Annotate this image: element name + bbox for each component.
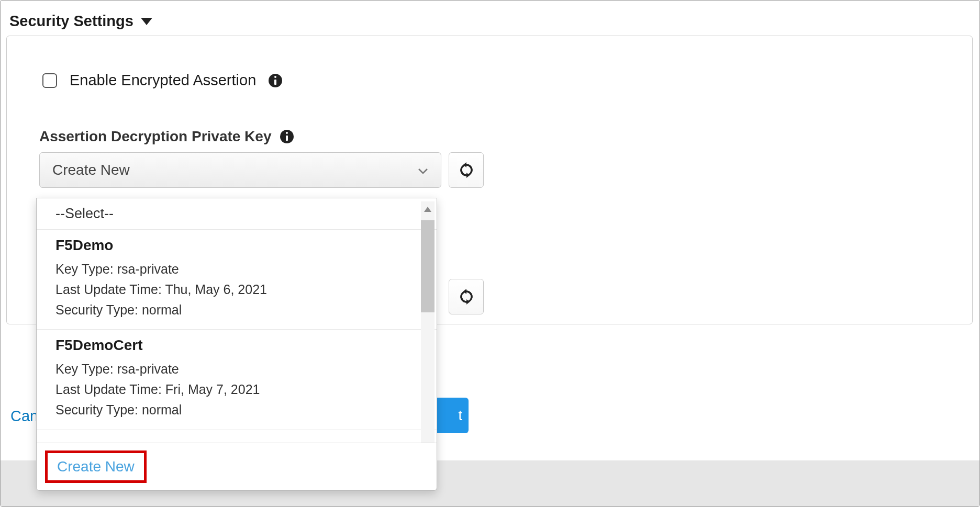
dropdown-action-row: Create New — [37, 443, 437, 490]
select-value: Create New — [52, 162, 130, 178]
assertion-decryption-key-select[interactable]: Create New — [39, 152, 441, 188]
dropdown-item-meta: Key Type: rsa-private Last Update Time: … — [55, 359, 418, 420]
refresh-button[interactable] — [449, 279, 484, 314]
section-header[interactable]: Security Settings — [9, 13, 152, 30]
assertion-decryption-key-field: Assertion Decryption Private Key Create … — [39, 128, 484, 188]
dropdown-option-f5demo[interactable]: F5Demo Key Type: rsa-private Last Update… — [37, 230, 437, 330]
dropdown-scroll: --Select-- F5Demo Key Type: rsa-private … — [37, 198, 437, 443]
refresh-icon — [459, 289, 474, 305]
section-title: Security Settings — [9, 13, 133, 30]
select-row: Create New — [39, 152, 484, 188]
scroll-down-icon[interactable] — [421, 442, 435, 443]
dropdown-option-f5democert[interactable]: F5DemoCert Key Type: rsa-private Last Up… — [37, 330, 437, 430]
scrollbar-thumb[interactable] — [421, 220, 435, 312]
dropdown-option-select-placeholder[interactable]: --Select-- — [37, 198, 437, 230]
scroll-up-icon[interactable] — [421, 202, 435, 216]
dropdown-item-meta: Key Type: rsa-private Last Update Time: … — [55, 259, 418, 320]
create-new-button[interactable]: Create New — [45, 450, 147, 483]
info-icon[interactable] — [269, 74, 282, 87]
enable-encrypted-assertion-label: Enable Encrypted Assertion — [70, 72, 256, 89]
caret-down-icon — [141, 18, 152, 25]
cancel-button[interactable]: Can — [10, 408, 38, 425]
svg-marker-5 — [424, 207, 431, 212]
refresh-button[interactable] — [449, 152, 484, 188]
chevron-down-icon — [418, 167, 428, 173]
field-label-row: Assertion Decryption Private Key — [39, 128, 484, 145]
assertion-decryption-key-label: Assertion Decryption Private Key — [39, 128, 272, 145]
dropdown-option-truncated[interactable] — [37, 430, 437, 443]
next-button-fragment: t — [458, 408, 462, 424]
info-icon[interactable] — [280, 130, 294, 143]
enable-encrypted-assertion-checkbox[interactable] — [42, 73, 57, 88]
enable-encrypted-assertion-row: Enable Encrypted Assertion — [42, 72, 282, 89]
svg-marker-0 — [141, 18, 152, 25]
refresh-icon — [459, 162, 474, 178]
assertion-key-dropdown: --Select-- F5Demo Key Type: rsa-private … — [36, 198, 437, 491]
dropdown-item-title: F5DemoCert — [55, 337, 418, 354]
dropdown-item-title: F5Demo — [55, 237, 418, 254]
